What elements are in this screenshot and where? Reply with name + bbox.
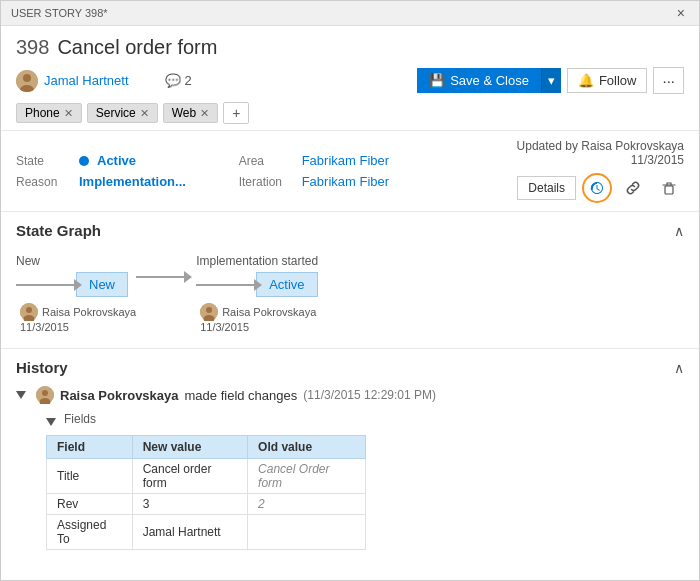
history-title: History (16, 359, 68, 376)
step2-box: Active (256, 272, 317, 297)
tags-row: Phone ✕ Service ✕ Web ✕ + (16, 102, 684, 124)
save-icon: 💾 (429, 73, 445, 88)
step2-avatar (200, 303, 218, 321)
header-section: 398 Cancel order form Jamal Hartnett 💬 2 (1, 26, 699, 131)
fields-label: Fields (64, 412, 96, 426)
close-button[interactable]: × (673, 5, 689, 21)
fields-table: Field New value Old value Title Cancel o… (46, 435, 366, 550)
history-author: Raisa Pokrovskaya (60, 388, 179, 403)
updated-info: Updated by Raisa Pokrovskaya 11/3/2015 (461, 139, 684, 167)
svg-point-1 (23, 74, 31, 82)
state-graph-header: State Graph ∧ (16, 222, 684, 239)
tag-service-remove[interactable]: ✕ (140, 107, 149, 120)
comment-icon: 💬 (165, 73, 181, 88)
svg-point-8 (206, 307, 212, 313)
iteration-value: Fabrikam Fiber (302, 174, 389, 189)
user-name[interactable]: Jamal Hartnett (44, 73, 129, 88)
state-value: Active (97, 153, 136, 168)
comment-number: 2 (185, 73, 192, 88)
state-dot (79, 156, 89, 166)
table-row: Rev 3 2 (47, 494, 366, 515)
history-entry-header: Raisa Pokrovskaya made field changes (11… (16, 386, 684, 404)
more-button[interactable]: ··· (653, 67, 684, 94)
link-icon-button[interactable] (618, 173, 648, 203)
field-new-assignedto: Jamal Hartnett (132, 515, 247, 550)
story-title-row: 398 Cancel order form (16, 36, 684, 59)
step1-user: Raisa Pokrovskaya 11/3/2015 (16, 303, 136, 333)
history-avatar (36, 386, 54, 404)
save-close-button[interactable]: 💾 Save & Close (417, 68, 541, 93)
meta-section: State Active Reason Implementation... Ar… (1, 131, 699, 212)
action-icons: Details (517, 173, 684, 203)
tag-web-remove[interactable]: ✕ (200, 107, 209, 120)
follow-button[interactable]: 🔔 Follow (567, 68, 648, 93)
tag-phone-remove[interactable]: ✕ (64, 107, 73, 120)
follow-label: Follow (599, 73, 637, 88)
tag-web: Web ✕ (163, 103, 218, 123)
field-old-title: Cancel Order form (248, 459, 366, 494)
table-row: Assigned To Jamal Hartnett (47, 515, 366, 550)
expand-icon[interactable] (16, 391, 26, 399)
col-new-val: New value (132, 436, 247, 459)
state-step-1: New New Raisa Pokrovskaya 11/3/2015 (16, 254, 136, 333)
iteration-label: Iteration (239, 175, 294, 189)
step2-user: Raisa Pokrovskaya 11/3/2015 (196, 303, 316, 333)
area-label: Area (239, 154, 294, 168)
fields-expand-icon[interactable] (46, 418, 56, 426)
reason-value: Implementation... (79, 174, 186, 189)
col-field: Field (47, 436, 133, 459)
field-name-rev: Rev (47, 494, 133, 515)
fields-section: Fields Field New value Old value Title C (16, 412, 684, 550)
state-label: State (16, 154, 71, 168)
state-step-2: Implementation started Active Raisa Pokr… (196, 254, 318, 333)
story-id: 398 (16, 36, 49, 59)
step2-label: Implementation started (196, 254, 318, 268)
tag-phone: Phone ✕ (16, 103, 82, 123)
details-button[interactable]: Details (517, 176, 576, 200)
history-entry-1: Raisa Pokrovskaya made field changes (11… (16, 386, 684, 550)
table-row: Title Cancel order form Cancel Order for… (47, 459, 366, 494)
field-name-title: Title (47, 459, 133, 494)
svg-point-5 (26, 307, 32, 313)
add-tag-button[interactable]: + (223, 102, 249, 124)
state-graph-section: State Graph ∧ New New Rais (1, 212, 699, 349)
avatar (16, 70, 38, 92)
save-close-group: 💾 Save & Close ▾ (417, 68, 561, 93)
toolbar-row: Jamal Hartnett 💬 2 💾 Save & Close ▾ 🔔 Fo… (16, 67, 684, 94)
reason-label: Reason (16, 175, 71, 189)
state-graph-collapse[interactable]: ∧ (674, 223, 684, 239)
col-old-val: Old value (248, 436, 366, 459)
state-graph-title: State Graph (16, 222, 101, 239)
title-bar-label: USER STORY 398* (11, 7, 108, 19)
field-old-assignedto (248, 515, 366, 550)
field-old-rev: 2 (248, 494, 366, 515)
title-bar: USER STORY 398* × (1, 1, 699, 26)
toolbar-actions: 💾 Save & Close ▾ 🔔 Follow ··· (417, 67, 684, 94)
comment-count: 💬 2 (165, 73, 192, 88)
delete-icon-button[interactable] (654, 173, 684, 203)
field-name-assignedto: Assigned To (47, 515, 133, 550)
save-close-label: Save & Close (450, 73, 529, 88)
tag-service: Service ✕ (87, 103, 158, 123)
step1-avatar (20, 303, 38, 321)
save-split-button[interactable]: ▾ (541, 68, 561, 93)
history-action: made field changes (185, 388, 298, 403)
step1-label: New (16, 254, 40, 268)
follow-icon: 🔔 (578, 73, 594, 88)
area-value: Fabrikam Fiber (302, 153, 389, 168)
main-window: USER STORY 398* × 398 Cancel order form … (0, 0, 700, 581)
history-collapse[interactable]: ∧ (674, 360, 684, 376)
svg-rect-3 (665, 186, 673, 194)
svg-point-11 (42, 390, 48, 396)
field-new-rev: 3 (132, 494, 247, 515)
history-header: History ∧ (16, 359, 684, 376)
step1-box: New (76, 272, 128, 297)
user-info: Jamal Hartnett 💬 2 (16, 70, 192, 92)
story-title: Cancel order form (57, 36, 217, 59)
history-icon-button[interactable] (582, 173, 612, 203)
field-new-title: Cancel order form (132, 459, 247, 494)
history-section: History ∧ Raisa Pokrovskaya made field c… (1, 349, 699, 580)
state-graph-flow: New New Raisa Pokrovskaya 11/3/2015 (16, 249, 684, 338)
history-time: (11/3/2015 12:29:01 PM) (303, 388, 436, 402)
